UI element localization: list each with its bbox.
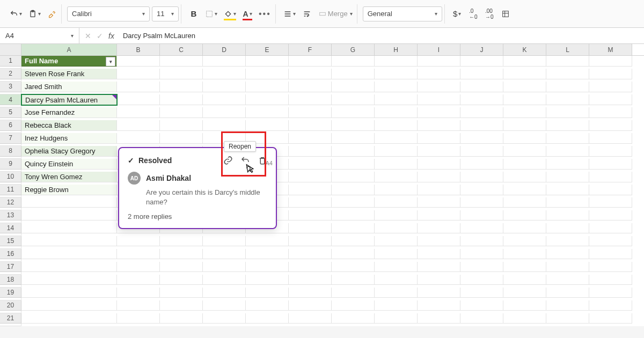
cell[interactable] xyxy=(418,223,460,233)
column-header[interactable]: C xyxy=(160,44,203,55)
cell[interactable] xyxy=(375,133,418,144)
cell[interactable] xyxy=(460,249,503,259)
row-header[interactable]: 8 xyxy=(0,146,21,157)
cell[interactable] xyxy=(460,56,503,67)
cell[interactable] xyxy=(160,313,203,324)
cell[interactable] xyxy=(332,172,375,182)
cell[interactable] xyxy=(546,185,589,195)
row-header[interactable]: 7 xyxy=(0,133,21,144)
cell[interactable] xyxy=(160,300,203,311)
cell[interactable]: Quincy Einstein xyxy=(21,159,117,170)
cell[interactable] xyxy=(332,288,375,298)
cell[interactable] xyxy=(503,223,546,233)
cell[interactable] xyxy=(332,133,375,144)
column-header[interactable]: I xyxy=(418,44,460,55)
cell[interactable] xyxy=(418,313,460,324)
cell[interactable] xyxy=(375,69,418,79)
cell[interactable] xyxy=(503,300,546,311)
column-header[interactable]: J xyxy=(460,44,503,55)
cell[interactable] xyxy=(289,210,332,221)
cell[interactable] xyxy=(203,313,246,324)
cell[interactable] xyxy=(375,197,418,208)
cell[interactable] xyxy=(203,69,246,79)
cell[interactable] xyxy=(117,262,160,272)
cell[interactable] xyxy=(418,210,460,221)
cell[interactable] xyxy=(589,210,632,221)
cell[interactable] xyxy=(503,56,546,67)
cell[interactable] xyxy=(117,249,160,259)
cell[interactable] xyxy=(546,236,589,246)
name-box[interactable]: A4 ▾ xyxy=(0,28,79,43)
column-header[interactable]: M xyxy=(589,44,632,55)
cell[interactable] xyxy=(246,94,289,105)
cell[interactable] xyxy=(375,236,418,246)
row-header[interactable]: 13 xyxy=(0,210,21,221)
cell[interactable] xyxy=(375,262,418,272)
cell[interactable] xyxy=(289,275,332,285)
cell[interactable] xyxy=(21,262,117,272)
cell[interactable] xyxy=(418,56,460,67)
align-button[interactable]: ▾ xyxy=(281,6,298,21)
cell[interactable] xyxy=(589,223,632,233)
column-header[interactable]: G xyxy=(332,44,375,55)
cell[interactable] xyxy=(589,236,632,246)
cell[interactable] xyxy=(246,69,289,79)
cell[interactable] xyxy=(332,275,375,285)
cell[interactable] xyxy=(460,69,503,79)
cell[interactable] xyxy=(289,288,332,298)
cell[interactable] xyxy=(375,159,418,170)
cell[interactable] xyxy=(21,300,117,311)
cell[interactable] xyxy=(117,69,160,79)
cell[interactable] xyxy=(289,133,332,144)
cell[interactable] xyxy=(460,210,503,221)
cell[interactable] xyxy=(332,210,375,221)
cell[interactable]: Rebecca Black xyxy=(21,120,117,131)
cell[interactable] xyxy=(546,172,589,182)
cell[interactable] xyxy=(418,146,460,157)
increase-decimal-button[interactable]: .00→0 xyxy=(482,6,496,21)
cell[interactable] xyxy=(546,249,589,259)
formula-value[interactable]: Darcy Psalm McLauren xyxy=(120,32,195,40)
cell[interactable] xyxy=(375,313,418,324)
cell[interactable] xyxy=(203,300,246,311)
cell[interactable] xyxy=(460,185,503,195)
cell[interactable] xyxy=(418,249,460,259)
cell[interactable] xyxy=(418,236,460,246)
column-header[interactable]: F xyxy=(289,44,332,55)
cell[interactable] xyxy=(160,249,203,259)
cell[interactable] xyxy=(203,249,246,259)
cell[interactable] xyxy=(589,133,632,144)
cell[interactable] xyxy=(332,262,375,272)
cell[interactable] xyxy=(460,82,503,92)
cell[interactable] xyxy=(503,133,546,144)
row-header[interactable]: 5 xyxy=(0,107,21,118)
cell[interactable] xyxy=(160,56,203,67)
number-format-select[interactable]: General ▾ xyxy=(363,6,442,21)
row-header[interactable]: 11 xyxy=(0,185,21,195)
column-header[interactable]: A xyxy=(21,44,117,55)
cell[interactable] xyxy=(289,197,332,208)
cell[interactable] xyxy=(503,197,546,208)
cell[interactable] xyxy=(546,56,589,67)
cell[interactable] xyxy=(546,313,589,324)
cell[interactable] xyxy=(418,275,460,285)
cell[interactable] xyxy=(203,275,246,285)
cell[interactable] xyxy=(589,159,632,170)
cell[interactable] xyxy=(589,56,632,67)
cell[interactable] xyxy=(332,56,375,67)
cell[interactable] xyxy=(546,223,589,233)
cell[interactable] xyxy=(589,94,632,105)
cell[interactable] xyxy=(589,262,632,272)
cell[interactable] xyxy=(117,56,160,67)
cell[interactable] xyxy=(332,313,375,324)
column-header[interactable]: L xyxy=(546,44,589,55)
fx-label[interactable]: fx xyxy=(108,32,114,40)
row-header[interactable]: 1 xyxy=(0,56,21,67)
cell[interactable] xyxy=(546,262,589,272)
currency-button[interactable]: $ ▾ xyxy=(450,6,464,21)
cell[interactable] xyxy=(589,172,632,182)
cell[interactable] xyxy=(418,94,460,105)
cell[interactable]: Full Name▾ xyxy=(21,56,117,67)
copy-link-button[interactable] xyxy=(223,156,233,165)
cell[interactable] xyxy=(117,288,160,298)
